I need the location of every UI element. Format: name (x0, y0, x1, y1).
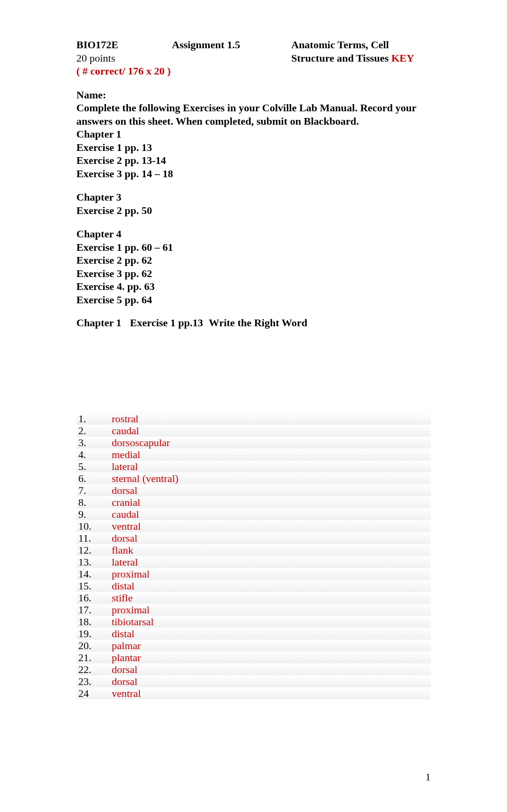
answer-value: lateral (112, 556, 138, 568)
answer-row: 23.dorsal (76, 675, 431, 687)
answer-number: 7. (76, 484, 112, 496)
answer-number: 9. (76, 508, 112, 520)
answer-row: 17.proximal (76, 604, 431, 616)
answer-value: dorsoscapular (112, 437, 170, 449)
ch4-exercise-3: Exercise 3 pp. 62 (76, 267, 431, 280)
topic-line-2: Structure and Tissues KEY (291, 52, 431, 65)
answer-row: 2.caudal (76, 425, 431, 437)
answer-row: 5.lateral (76, 460, 431, 472)
answer-row: 7.dorsal (76, 484, 431, 496)
answer-value: caudal (112, 425, 139, 437)
answer-row: 19.distal (76, 628, 431, 640)
answer-value: proximal (112, 568, 149, 580)
answer-value: dorsal (112, 484, 137, 496)
answer-value: distal (112, 580, 135, 592)
answer-number: 3. (76, 437, 112, 449)
answer-value: proximal (112, 604, 149, 616)
answer-row: 12.flank (76, 544, 431, 556)
answer-row: 11.dorsal (76, 532, 431, 544)
chapter-3-block: Chapter 3 Exercise 2 pp. 50 (76, 191, 431, 217)
answer-number: 21. (76, 652, 112, 663)
instructions-line-2: answers on this sheet. When completed, s… (76, 115, 431, 128)
answer-row: 14.proximal (76, 568, 431, 580)
ch4-exercise-4: Exercise 4. pp. 63 (76, 280, 431, 293)
answer-value: plantar (112, 652, 141, 663)
ch3-exercise-2: Exercise 2 pp. 50 (76, 204, 431, 217)
document-page: BIO172E Assignment 1.5 Anatomic Terms, C… (0, 0, 507, 812)
answer-row: 16.stifle (76, 592, 431, 604)
answer-value: dorsal (112, 663, 137, 675)
topic-line-1: Anatomic Terms, Cell (291, 38, 431, 52)
answer-number: 22. (76, 663, 112, 675)
answer-row: 3.dorsoscapular (76, 437, 431, 449)
answer-number: 14. (76, 568, 112, 580)
answer-value: dorsal (112, 675, 137, 687)
assignment-number: Assignment 1.5 (172, 38, 291, 52)
page-number: 1 (425, 771, 431, 783)
answer-number: 2. (76, 425, 112, 437)
topic-line-2-pre: Structure and Tissues (291, 52, 391, 64)
answer-row: 1.rostral (76, 413, 431, 425)
course-code: BIO172E (76, 38, 172, 52)
chapter-4-block: Chapter 4 Exercise 1 pp. 60 – 61 Exercis… (76, 227, 431, 306)
answer-row: 15.distal (76, 580, 431, 592)
answer-number: 4. (76, 449, 112, 460)
answer-row: 18.tibiotarsal (76, 616, 431, 628)
answer-value: stifle (112, 592, 133, 604)
answer-row: 13.lateral (76, 556, 431, 568)
preview-gap (76, 329, 431, 408)
exercise-title: Write the Right Word (209, 317, 307, 329)
answer-value: rostral (112, 413, 138, 425)
answer-value: flank (112, 544, 133, 556)
chapter-1-title: Chapter 1 (76, 128, 431, 141)
ch4-exercise-2: Exercise 2 pp. 62 (76, 254, 431, 267)
answer-row: 4.medial (76, 449, 431, 460)
answer-value: dorsal (112, 532, 137, 544)
chapter-3-title: Chapter 3 (76, 191, 431, 204)
key-label: KEY (391, 52, 414, 64)
answer-row: 10.ventral (76, 520, 431, 532)
answer-number: 17. (76, 604, 112, 616)
answer-value: tibiotarsal (112, 616, 154, 628)
answer-number: 18. (76, 616, 112, 628)
answer-number: 15. (76, 580, 112, 592)
answers-list: 1.rostral2.caudal3.dorsoscapular4.medial… (76, 408, 431, 708)
answer-value: palmar (112, 640, 141, 652)
answer-number: 5. (76, 460, 112, 472)
answer-row: 24ventral (76, 687, 431, 699)
answer-number: 11. (76, 532, 112, 544)
answer-row: 6.sternal (ventral) (76, 472, 431, 484)
answer-number: 10. (76, 520, 112, 532)
ch1-exercise-3: Exercise 3 pp. 14 – 18 (76, 167, 431, 181)
answer-number: 1. (76, 413, 112, 425)
answer-number: 19. (76, 628, 112, 640)
instructions-line-1: Complete the following Exercises in your… (76, 101, 431, 115)
answer-row: 22.dorsal (76, 663, 431, 675)
answer-value: ventral (112, 520, 141, 532)
ch4-exercise-5: Exercise 5 pp. 64 (76, 293, 431, 307)
answer-value: cranial (112, 496, 140, 508)
answer-number: 16. (76, 592, 112, 604)
chapter-4-title: Chapter 4 (76, 227, 431, 241)
answer-row: 20.palmar (76, 640, 431, 652)
answer-number: 24 (76, 687, 112, 699)
points-row: 20 points Structure and Tissues KEY (76, 52, 431, 65)
answer-number: 23. (76, 675, 112, 687)
exercise-id: Exercise 1 pp.13 (130, 317, 203, 329)
intro-block: Name: Complete the following Exercises i… (76, 88, 431, 181)
name-label: Name: (76, 88, 431, 102)
answer-row: 8.cranial (76, 496, 431, 508)
answer-row: 21.plantar (76, 652, 431, 663)
answer-value: lateral (112, 460, 138, 472)
points-label: 20 points (76, 52, 291, 65)
answer-value: distal (112, 628, 135, 640)
ch4-exercise-1: Exercise 1 pp. 60 – 61 (76, 241, 431, 254)
header-row: BIO172E Assignment 1.5 Anatomic Terms, C… (76, 38, 431, 52)
answer-value: ventral (112, 687, 141, 699)
exercise-chapter: Chapter 1 (76, 317, 121, 329)
ch1-exercise-1: Exercise 1 pp. 13 (76, 141, 431, 154)
answer-number: 13. (76, 556, 112, 568)
answer-number: 12. (76, 544, 112, 556)
answer-number: 6. (76, 472, 112, 484)
answer-value: medial (112, 449, 140, 460)
